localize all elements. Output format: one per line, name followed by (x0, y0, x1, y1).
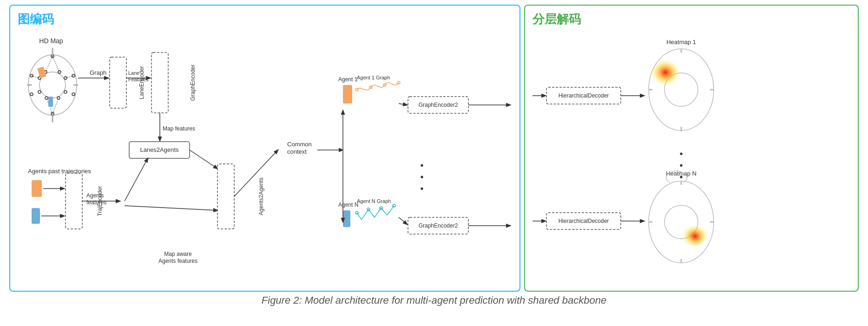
hd-map-label: HD Map (39, 37, 63, 45)
heatmap1-label: Heatmap 1 (666, 39, 696, 46)
svg-rect-40 (66, 173, 82, 229)
svg-point-22 (38, 91, 41, 93)
left-panel: 图编码 HD Map (9, 5, 520, 292)
dots-right: • (679, 149, 683, 159)
svg-rect-32 (151, 52, 168, 113)
hierarchical-decoder-agent1: HierarchicalDecoder (559, 92, 609, 99)
svg-line-64 (399, 104, 407, 105)
svg-text:Features: Features (128, 77, 149, 82)
agents-traj-label: Agents past trajectories (28, 168, 91, 175)
svg-rect-29 (110, 57, 126, 108)
right-diagram-svg: HierarchicalDecoder HierarchicalDecoder (533, 29, 830, 285)
svg-text:Agents features: Agents features (158, 258, 197, 264)
svg-rect-38 (32, 208, 40, 224)
svg-text:•: • (679, 160, 683, 170)
agentN-graph-label: Agent N Graph (357, 198, 391, 204)
svg-rect-50 (343, 85, 352, 104)
svg-point-7 (72, 93, 75, 96)
lane-features-label: Lane (128, 70, 139, 76)
svg-line-8 (46, 56, 53, 72)
svg-rect-55 (343, 210, 350, 227)
agentN-label: Agent N (338, 202, 358, 208)
agents-features-label: Agents (86, 192, 104, 199)
svg-point-87 (671, 215, 708, 248)
svg-rect-27 (48, 97, 53, 107)
dots: • (420, 160, 423, 170)
map-aware-label: Map aware (164, 251, 192, 257)
graph-encoder-label: GraphEncoder (190, 65, 196, 101)
svg-point-6 (30, 93, 33, 96)
agent1-graph-label: Agent 1 Graph (357, 75, 390, 80)
svg-line-65 (399, 217, 407, 224)
right-panel-title: 分层解码 (533, 11, 850, 27)
svg-rect-45 (217, 164, 234, 229)
svg-text:•: • (420, 183, 423, 194)
svg-rect-36 (32, 180, 42, 197)
svg-point-78 (649, 59, 690, 97)
svg-line-13 (53, 98, 59, 114)
figure-caption: Figure 2: Model architecture for multi-a… (262, 294, 606, 306)
svg-text:context: context (287, 148, 307, 155)
graph-encoder2-agentN: GraphEncoder2 (419, 222, 458, 229)
hierarchical-decoder-agentN: HierarchicalDecoder (559, 218, 609, 224)
graph-encoder2-agent1: GraphEncoder2 (419, 102, 458, 108)
agent1-label: Agent 1 (338, 76, 358, 83)
svg-text:features: features (86, 199, 106, 206)
svg-line-43 (125, 158, 148, 201)
svg-line-9 (53, 56, 59, 72)
lanes2agents-label: Lanes2Agents (140, 146, 179, 153)
svg-point-23 (64, 91, 67, 93)
svg-line-44 (125, 206, 217, 210)
left-diagram-svg: HD Map (18, 29, 514, 289)
agents2agents-label: Agents2Agents (258, 177, 264, 215)
map-features-label: Map features (163, 125, 195, 132)
svg-line-47 (234, 150, 278, 196)
heatmapN-label: Heatmap N (666, 170, 697, 177)
svg-text:•: • (420, 172, 423, 182)
svg-line-35 (190, 150, 217, 169)
left-panel-title: 图编码 (18, 11, 512, 27)
right-panel: 分层解码 HierarchicalDecoder HierarchicalDec… (524, 5, 859, 292)
graph-label: Graph (90, 69, 106, 76)
common-context-label: Common (287, 141, 312, 148)
